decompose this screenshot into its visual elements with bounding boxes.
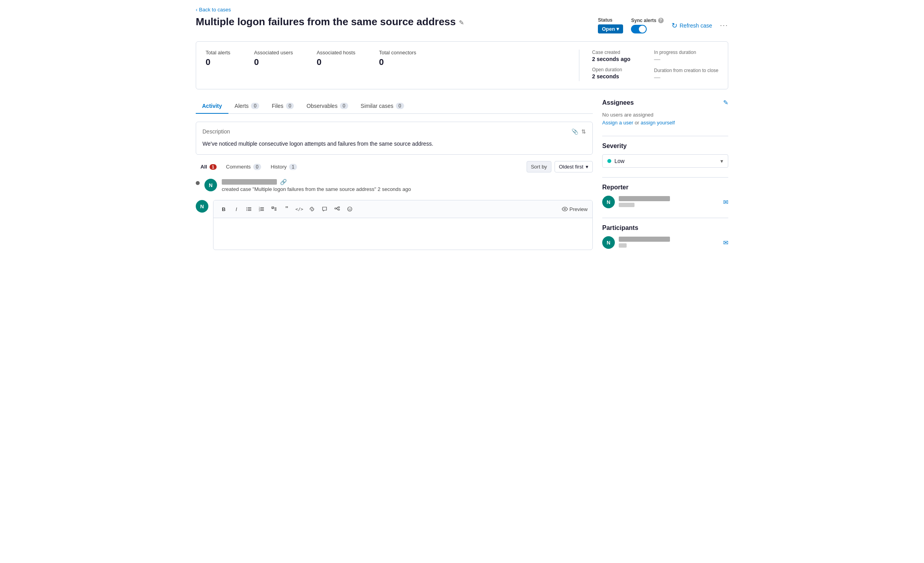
filter-comments[interactable]: Comments 0 bbox=[221, 161, 266, 172]
tab-observables[interactable]: Observables 0 bbox=[300, 99, 354, 114]
status-dropdown[interactable]: Open ▾ bbox=[598, 24, 623, 33]
filter-all-badge: 1 bbox=[210, 164, 217, 170]
assignees-edit-icon[interactable]: ✎ bbox=[723, 99, 728, 106]
status-value: Open bbox=[602, 26, 615, 32]
toolbar-comment-button[interactable] bbox=[319, 204, 330, 215]
svg-text:3.: 3. bbox=[259, 209, 260, 212]
tab-files[interactable]: Files 0 bbox=[265, 99, 300, 114]
comment-input[interactable] bbox=[213, 218, 592, 250]
svg-rect-17 bbox=[338, 207, 340, 208]
preview-label: Preview bbox=[570, 206, 588, 212]
filter-history[interactable]: History 1 bbox=[266, 161, 302, 172]
filter-all[interactable]: All 1 bbox=[196, 161, 221, 172]
toolbar-diagram-button[interactable] bbox=[332, 204, 343, 215]
case-title-edit-icon[interactable]: ✎ bbox=[459, 19, 464, 26]
associated-hosts-value: 0 bbox=[317, 57, 355, 67]
toolbar-code-button[interactable]: </> bbox=[294, 204, 305, 215]
case-created-meta: Case created 2 seconds ago bbox=[592, 50, 630, 62]
severity-dropdown[interactable]: Low ▾ bbox=[602, 154, 728, 168]
svg-point-24 bbox=[564, 208, 566, 210]
comment-row: N B I 1.2.3. bbox=[196, 200, 593, 250]
preview-button[interactable]: Preview bbox=[562, 206, 588, 212]
more-options-button[interactable]: ··· bbox=[720, 21, 728, 30]
tab-activity[interactable]: Activity bbox=[196, 99, 228, 114]
description-expand-icon[interactable]: ⇅ bbox=[581, 128, 586, 135]
assignees-section: Assignees ✎ No users are assigned Assign… bbox=[602, 99, 728, 126]
reporter-avatar: N bbox=[602, 196, 615, 208]
reporter-title: Reporter bbox=[602, 184, 629, 191]
open-duration-meta: Open duration 2 seconds bbox=[592, 67, 630, 80]
case-created-value: 2 seconds ago bbox=[592, 56, 630, 62]
activity-feed: N 🔗 created case "Multiple logon failure… bbox=[196, 179, 593, 192]
svg-rect-18 bbox=[338, 209, 340, 210]
duration-close-value: — bbox=[654, 74, 718, 81]
reporter-email-icon[interactable]: ✉ bbox=[723, 198, 728, 206]
associated-users-stat: Associated users 0 bbox=[254, 50, 293, 67]
participant-name bbox=[619, 237, 670, 242]
in-progress-value: — bbox=[654, 56, 718, 63]
svg-point-21 bbox=[348, 207, 352, 211]
sync-info-icon: ? bbox=[658, 18, 664, 23]
description-attach-icon[interactable]: 📎 bbox=[571, 128, 578, 135]
tab-similar-cases[interactable]: Similar cases 0 bbox=[354, 99, 410, 114]
sync-alerts-label: Sync alerts bbox=[631, 18, 656, 23]
total-alerts-label: Total alerts bbox=[206, 50, 230, 56]
toolbar-ul-button[interactable] bbox=[243, 204, 254, 215]
total-alerts-stat: Total alerts 0 bbox=[206, 50, 230, 67]
participants-title: Participants bbox=[602, 224, 638, 231]
associated-hosts-label: Associated hosts bbox=[317, 50, 355, 56]
assign-user-link[interactable]: Assign a user bbox=[602, 120, 633, 126]
case-title: Multiple logon failures from the same so… bbox=[196, 16, 456, 28]
reporter-item: N ✉ bbox=[602, 196, 728, 208]
sort-dropdown[interactable]: Oldest first ▾ bbox=[555, 161, 593, 172]
associated-users-label: Associated users bbox=[254, 50, 293, 56]
open-duration-label: Open duration bbox=[592, 67, 630, 72]
sync-toggle[interactable] bbox=[631, 25, 647, 33]
filter-comments-badge: 0 bbox=[253, 164, 262, 170]
description-text: We've noticed multiple consecutive logon… bbox=[202, 139, 586, 148]
severity-dot bbox=[607, 159, 611, 163]
total-connectors-label: Total connectors bbox=[379, 50, 416, 56]
comment-avatar: N bbox=[196, 200, 208, 213]
assignees-empty-state: No users are assigned Assign a user or a… bbox=[602, 111, 728, 126]
severity-title: Severity bbox=[602, 143, 627, 150]
comment-editor: B I 1.2.3. " </> bbox=[213, 200, 593, 250]
svg-point-4 bbox=[247, 209, 247, 209]
back-to-cases-link[interactable]: ‹ Back to cases bbox=[196, 7, 231, 13]
toolbar-quote-button[interactable]: " bbox=[281, 204, 292, 215]
assign-yourself-link[interactable]: assign yourself bbox=[641, 120, 675, 126]
activity-link-icon[interactable]: 🔗 bbox=[280, 179, 287, 185]
svg-point-23 bbox=[350, 208, 351, 209]
associated-users-value: 0 bbox=[254, 57, 293, 67]
status-chevron-icon: ▾ bbox=[616, 26, 619, 32]
associated-hosts-stat: Associated hosts 0 bbox=[317, 50, 355, 67]
refresh-case-button[interactable]: ↻ Refresh case bbox=[672, 21, 712, 30]
open-duration-value: 2 seconds bbox=[592, 73, 630, 80]
participants-section: Participants N ✉ bbox=[602, 224, 728, 249]
severity-section: Severity Low ▾ bbox=[602, 143, 728, 168]
toolbar-task-button[interactable] bbox=[269, 204, 280, 215]
tab-alerts[interactable]: Alerts 0 bbox=[228, 99, 265, 114]
back-chevron-icon: ‹ bbox=[196, 7, 197, 13]
description-card: Description 📎 ⇅ We've noticed multiple c… bbox=[196, 122, 593, 155]
stats-card: Total alerts 0 Associated users 0 Associ… bbox=[196, 41, 728, 89]
severity-value: Low bbox=[614, 158, 625, 164]
toolbar-italic-button[interactable]: I bbox=[231, 204, 242, 215]
toolbar-emoji-button[interactable] bbox=[344, 204, 355, 215]
description-title: Description bbox=[202, 128, 230, 135]
svg-point-5 bbox=[247, 210, 247, 211]
duration-close-label: Duration from creation to close bbox=[654, 68, 718, 73]
participant-email-icon[interactable]: ✉ bbox=[723, 239, 728, 246]
severity-chevron-icon: ▾ bbox=[720, 158, 723, 164]
toolbar-ol-button[interactable]: 1.2.3. bbox=[256, 204, 267, 215]
toolbar-bold-button[interactable]: B bbox=[218, 204, 229, 215]
svg-line-19 bbox=[336, 207, 338, 209]
in-progress-label: In progress duration bbox=[654, 50, 718, 55]
toolbar-link-button[interactable] bbox=[306, 204, 317, 215]
filter-row: All 1 Comments 0 History 1 Sort by bbox=[196, 161, 593, 172]
sidebar: Assignees ✎ No users are assigned Assign… bbox=[602, 99, 728, 258]
filter-history-badge: 1 bbox=[289, 164, 297, 170]
participant-sub bbox=[619, 243, 627, 248]
back-to-cases-label: Back to cases bbox=[199, 7, 231, 13]
reporter-name bbox=[619, 196, 670, 201]
